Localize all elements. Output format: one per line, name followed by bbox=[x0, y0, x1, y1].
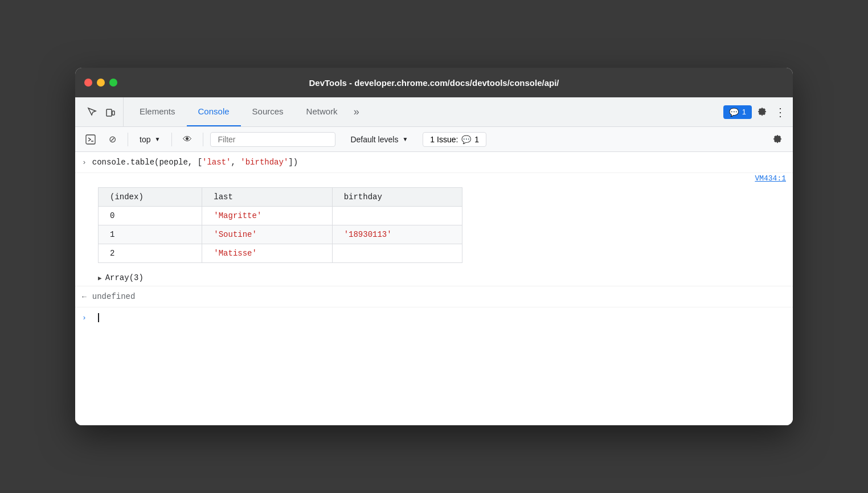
console-command: console.table(people, ['last', 'birthday… bbox=[92, 158, 298, 167]
issue-message-icon: 💬 bbox=[461, 135, 471, 144]
col-header-index: (index) bbox=[99, 188, 202, 207]
col-header-last: last bbox=[202, 188, 332, 207]
minimize-button[interactable] bbox=[97, 79, 105, 87]
table-row: 2 'Matisse' bbox=[99, 244, 462, 263]
toolbar-divider-2 bbox=[171, 133, 172, 146]
execute-script-icon[interactable] bbox=[82, 131, 99, 148]
tabs: Elements Console Sources Network » bbox=[128, 97, 723, 126]
title-bar: DevTools - developer.chrome.com/docs/dev… bbox=[75, 68, 793, 97]
cell-birthday-0 bbox=[332, 207, 462, 225]
tab-network[interactable]: Network bbox=[295, 97, 349, 126]
console-command-line: › console.table(people, ['last', 'birthd… bbox=[75, 152, 793, 173]
maximize-button[interactable] bbox=[109, 79, 117, 87]
svg-rect-0 bbox=[107, 109, 112, 116]
input-arrow: › bbox=[82, 158, 87, 167]
console-prompt-line[interactable]: › bbox=[75, 307, 793, 328]
console-table-container: (index) last birthday 0 'Magritte' 1 'So… bbox=[75, 187, 793, 270]
toolbar-divider-3 bbox=[203, 133, 203, 146]
window-title: DevTools - developer.chrome.com/docs/dev… bbox=[309, 78, 559, 88]
cell-birthday-2 bbox=[332, 244, 462, 263]
issues-badge-button[interactable]: 💬 1 bbox=[723, 105, 752, 119]
vm-reference: VM434:1 bbox=[75, 173, 793, 187]
close-button[interactable] bbox=[84, 79, 92, 87]
tab-bar: Elements Console Sources Network » 💬 1 bbox=[75, 97, 793, 127]
inspect-element-icon[interactable] bbox=[84, 104, 100, 120]
console-toolbar: ⊘ top ▼ 👁 Default levels ▼ 1 Issue: 💬 1 bbox=[75, 127, 793, 152]
cell-last-1: 'Soutine' bbox=[202, 225, 332, 244]
cell-birthday-1: '18930113' bbox=[332, 225, 462, 244]
settings-gear-icon[interactable] bbox=[754, 104, 770, 120]
device-toolbar-icon[interactable] bbox=[103, 104, 118, 120]
return-value-line: ← undefined bbox=[75, 286, 793, 307]
expand-arrow-icon: ▶ bbox=[98, 274, 102, 282]
console-settings-icon[interactable] bbox=[769, 131, 786, 148]
devtools-window: DevTools - developer.chrome.com/docs/dev… bbox=[75, 68, 793, 425]
more-tabs-button[interactable]: » bbox=[349, 97, 364, 126]
prompt-cursor-line bbox=[97, 313, 99, 322]
col-header-birthday: birthday bbox=[332, 188, 462, 207]
cursor bbox=[98, 313, 99, 322]
tab-bar-icons bbox=[80, 97, 124, 126]
prompt-arrow-icon: › bbox=[82, 313, 87, 322]
tab-sources[interactable]: Sources bbox=[241, 97, 295, 126]
return-arrow-icon: ← bbox=[82, 293, 87, 301]
toolbar-divider-1 bbox=[128, 133, 128, 146]
filter-input[interactable] bbox=[210, 132, 335, 147]
table-row: 0 'Magritte' bbox=[99, 207, 462, 225]
issues-count-button[interactable]: 1 Issue: 💬 1 bbox=[423, 132, 486, 147]
cell-last-2: 'Matisse' bbox=[202, 244, 332, 263]
tab-elements[interactable]: Elements bbox=[128, 97, 187, 126]
cell-index-1: 1 bbox=[99, 225, 202, 244]
no-entry-icon[interactable]: ⊘ bbox=[104, 131, 121, 148]
cell-index-2: 2 bbox=[99, 244, 202, 263]
traffic-lights bbox=[84, 79, 117, 87]
svg-rect-1 bbox=[112, 111, 114, 115]
log-levels-dropdown[interactable]: Default levels ▼ bbox=[345, 133, 413, 146]
cell-last-0: 'Magritte' bbox=[202, 207, 332, 225]
console-table: (index) last birthday 0 'Magritte' 1 'So… bbox=[98, 187, 462, 263]
array-expandable[interactable]: ▶ Array(3) bbox=[75, 270, 793, 286]
tab-bar-right: 💬 1 ⋮ bbox=[723, 97, 788, 126]
tab-console[interactable]: Console bbox=[187, 97, 241, 126]
more-options-icon[interactable]: ⋮ bbox=[772, 104, 788, 120]
message-icon: 💬 bbox=[729, 108, 739, 117]
cell-index-0: 0 bbox=[99, 207, 202, 225]
table-row: 1 'Soutine' '18930113' bbox=[99, 225, 462, 244]
eye-icon[interactable]: 👁 bbox=[179, 131, 196, 148]
context-selector[interactable]: top ▼ bbox=[135, 133, 165, 146]
console-output: › console.table(people, ['last', 'birthd… bbox=[75, 152, 793, 425]
